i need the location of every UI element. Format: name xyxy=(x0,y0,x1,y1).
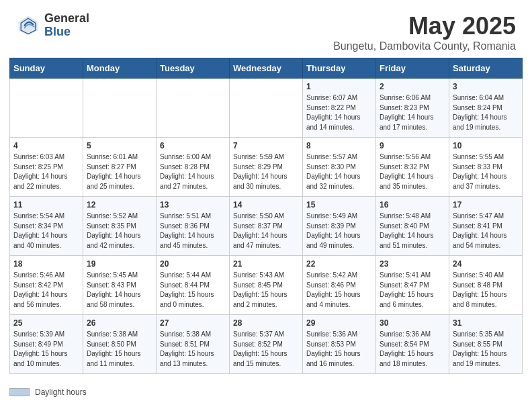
day-info: Sunrise: 5:47 AM Sunset: 8:41 PM Dayligh… xyxy=(453,212,519,250)
location-subtitle: Bungetu, Dambovita County, Romania xyxy=(333,40,516,52)
legend-label: Daylight hours xyxy=(35,387,87,397)
calendar-cell xyxy=(157,79,230,138)
day-info: Sunrise: 5:48 AM Sunset: 8:40 PM Dayligh… xyxy=(380,212,445,250)
calendar-cell: 19Sunrise: 5:45 AM Sunset: 8:43 PM Dayli… xyxy=(83,256,157,315)
day-info: Sunrise: 5:38 AM Sunset: 8:51 PM Dayligh… xyxy=(160,330,226,369)
header-row: Sunday Monday Tuesday Wednesday Thursday… xyxy=(10,58,523,79)
calendar-cell: 13Sunrise: 5:51 AM Sunset: 8:36 PM Dayli… xyxy=(157,197,230,256)
day-number: 25 xyxy=(13,318,79,328)
logo-icon xyxy=(16,13,40,38)
calendar-header: Sunday Monday Tuesday Wednesday Thursday… xyxy=(10,58,523,79)
day-info: Sunrise: 5:50 AM Sunset: 8:37 PM Dayligh… xyxy=(233,212,299,250)
day-number: 21 xyxy=(233,259,299,269)
calendar-week-1: 1Sunrise: 6:07 AM Sunset: 8:22 PM Daylig… xyxy=(10,79,523,138)
day-number: 9 xyxy=(380,141,445,150)
calendar-week-3: 11Sunrise: 5:54 AM Sunset: 8:34 PM Dayli… xyxy=(10,197,523,256)
logo-general-text: General xyxy=(44,12,89,26)
day-number: 19 xyxy=(87,259,152,269)
day-info: Sunrise: 6:00 AM Sunset: 8:28 PM Dayligh… xyxy=(160,152,226,191)
day-info: Sunrise: 6:07 AM Sunset: 8:22 PM Dayligh… xyxy=(306,93,372,132)
day-info: Sunrise: 5:40 AM Sunset: 8:48 PM Dayligh… xyxy=(453,271,519,310)
calendar-cell: 23Sunrise: 5:41 AM Sunset: 8:47 PM Dayli… xyxy=(376,256,449,315)
calendar-week-2: 4Sunrise: 6:03 AM Sunset: 8:25 PM Daylig… xyxy=(10,138,523,197)
day-number: 1 xyxy=(306,82,372,91)
day-number: 2 xyxy=(380,82,445,91)
day-number: 18 xyxy=(13,259,79,269)
day-number: 3 xyxy=(453,82,519,91)
day-number: 16 xyxy=(380,200,445,210)
day-info: Sunrise: 5:56 AM Sunset: 8:32 PM Dayligh… xyxy=(380,152,445,191)
calendar-cell: 1Sunrise: 6:07 AM Sunset: 8:22 PM Daylig… xyxy=(303,79,376,138)
day-number: 12 xyxy=(87,200,152,210)
day-number: 7 xyxy=(233,141,299,150)
col-wednesday: Wednesday xyxy=(230,58,303,79)
calendar-cell: 18Sunrise: 5:46 AM Sunset: 8:42 PM Dayli… xyxy=(10,256,83,315)
calendar-cell: 20Sunrise: 5:44 AM Sunset: 8:44 PM Dayli… xyxy=(157,256,230,315)
calendar-cell xyxy=(10,79,83,138)
calendar-cell: 31Sunrise: 5:35 AM Sunset: 8:55 PM Dayli… xyxy=(449,315,523,374)
calendar-cell: 26Sunrise: 5:38 AM Sunset: 8:50 PM Dayli… xyxy=(83,315,157,374)
day-number: 20 xyxy=(160,259,226,269)
calendar-cell: 5Sunrise: 6:01 AM Sunset: 8:27 PM Daylig… xyxy=(83,138,157,197)
col-thursday: Thursday xyxy=(303,58,376,79)
day-info: Sunrise: 6:06 AM Sunset: 8:23 PM Dayligh… xyxy=(380,93,445,132)
calendar-cell: 29Sunrise: 5:36 AM Sunset: 8:53 PM Dayli… xyxy=(303,315,376,374)
col-tuesday: Tuesday xyxy=(157,58,230,79)
calendar-cell: 14Sunrise: 5:50 AM Sunset: 8:37 PM Dayli… xyxy=(230,197,303,256)
day-number: 15 xyxy=(306,200,372,210)
calendar-cell: 2Sunrise: 6:06 AM Sunset: 8:23 PM Daylig… xyxy=(376,79,449,138)
calendar-cell: 24Sunrise: 5:40 AM Sunset: 8:48 PM Dayli… xyxy=(449,256,523,315)
day-info: Sunrise: 5:54 AM Sunset: 8:34 PM Dayligh… xyxy=(13,212,79,250)
calendar-cell: 10Sunrise: 5:55 AM Sunset: 8:33 PM Dayli… xyxy=(449,138,523,197)
day-info: Sunrise: 5:41 AM Sunset: 8:47 PM Dayligh… xyxy=(380,271,445,310)
day-number: 11 xyxy=(13,200,79,210)
day-info: Sunrise: 5:39 AM Sunset: 8:49 PM Dayligh… xyxy=(13,330,79,369)
calendar-cell: 22Sunrise: 5:42 AM Sunset: 8:46 PM Dayli… xyxy=(303,256,376,315)
day-number: 22 xyxy=(306,259,372,269)
calendar-cell: 12Sunrise: 5:52 AM Sunset: 8:35 PM Dayli… xyxy=(83,197,157,256)
day-number: 17 xyxy=(453,200,519,210)
calendar-cell: 8Sunrise: 5:57 AM Sunset: 8:30 PM Daylig… xyxy=(303,138,376,197)
day-number: 8 xyxy=(306,141,372,150)
day-number: 14 xyxy=(233,200,299,210)
day-number: 10 xyxy=(453,141,519,150)
calendar-cell: 28Sunrise: 5:37 AM Sunset: 8:52 PM Dayli… xyxy=(230,315,303,374)
day-number: 23 xyxy=(380,259,445,269)
col-sunday: Sunday xyxy=(10,58,83,79)
day-info: Sunrise: 5:49 AM Sunset: 8:39 PM Dayligh… xyxy=(306,212,372,250)
calendar-cell: 25Sunrise: 5:39 AM Sunset: 8:49 PM Dayli… xyxy=(10,315,83,374)
calendar-cell xyxy=(83,79,157,138)
day-info: Sunrise: 5:52 AM Sunset: 8:35 PM Dayligh… xyxy=(87,212,152,250)
day-info: Sunrise: 6:01 AM Sunset: 8:27 PM Dayligh… xyxy=(87,152,152,191)
col-friday: Friday xyxy=(376,58,449,79)
day-info: Sunrise: 5:42 AM Sunset: 8:46 PM Dayligh… xyxy=(306,271,372,310)
day-number: 28 xyxy=(233,318,299,328)
day-info: Sunrise: 5:38 AM Sunset: 8:50 PM Dayligh… xyxy=(87,330,152,369)
calendar-cell: 15Sunrise: 5:49 AM Sunset: 8:39 PM Dayli… xyxy=(303,197,376,256)
day-number: 27 xyxy=(160,318,226,328)
calendar-cell: 16Sunrise: 5:48 AM Sunset: 8:40 PM Dayli… xyxy=(376,197,449,256)
day-info: Sunrise: 5:55 AM Sunset: 8:33 PM Dayligh… xyxy=(453,152,519,191)
calendar-week-5: 25Sunrise: 5:39 AM Sunset: 8:49 PM Dayli… xyxy=(10,315,523,374)
day-info: Sunrise: 5:46 AM Sunset: 8:42 PM Dayligh… xyxy=(13,271,79,310)
day-info: Sunrise: 5:36 AM Sunset: 8:53 PM Dayligh… xyxy=(306,330,372,369)
calendar-table: Sunday Monday Tuesday Wednesday Thursday… xyxy=(9,58,523,374)
calendar-cell xyxy=(230,79,303,138)
title-block: May 2025 Bungetu, Dambovita County, Roma… xyxy=(333,12,516,52)
day-info: Sunrise: 5:44 AM Sunset: 8:44 PM Dayligh… xyxy=(160,271,226,310)
day-info: Sunrise: 5:45 AM Sunset: 8:43 PM Dayligh… xyxy=(87,271,152,310)
day-number: 30 xyxy=(380,318,445,328)
page-header: General Blue May 2025 Bungetu, Dambovita… xyxy=(0,0,532,58)
calendar-body: 1Sunrise: 6:07 AM Sunset: 8:22 PM Daylig… xyxy=(10,79,523,374)
calendar-cell: 21Sunrise: 5:43 AM Sunset: 8:45 PM Dayli… xyxy=(230,256,303,315)
day-info: Sunrise: 5:59 AM Sunset: 8:29 PM Dayligh… xyxy=(233,152,299,191)
calendar-cell: 3Sunrise: 6:04 AM Sunset: 8:24 PM Daylig… xyxy=(449,79,523,138)
calendar-cell: 30Sunrise: 5:36 AM Sunset: 8:54 PM Dayli… xyxy=(376,315,449,374)
col-saturday: Saturday xyxy=(449,58,523,79)
logo-blue-text: Blue xyxy=(44,26,89,39)
calendar-cell: 6Sunrise: 6:00 AM Sunset: 8:28 PM Daylig… xyxy=(157,138,230,197)
calendar-week-4: 18Sunrise: 5:46 AM Sunset: 8:42 PM Dayli… xyxy=(10,256,523,315)
day-number: 29 xyxy=(306,318,372,328)
day-number: 13 xyxy=(160,200,226,210)
legend-box xyxy=(9,388,30,396)
